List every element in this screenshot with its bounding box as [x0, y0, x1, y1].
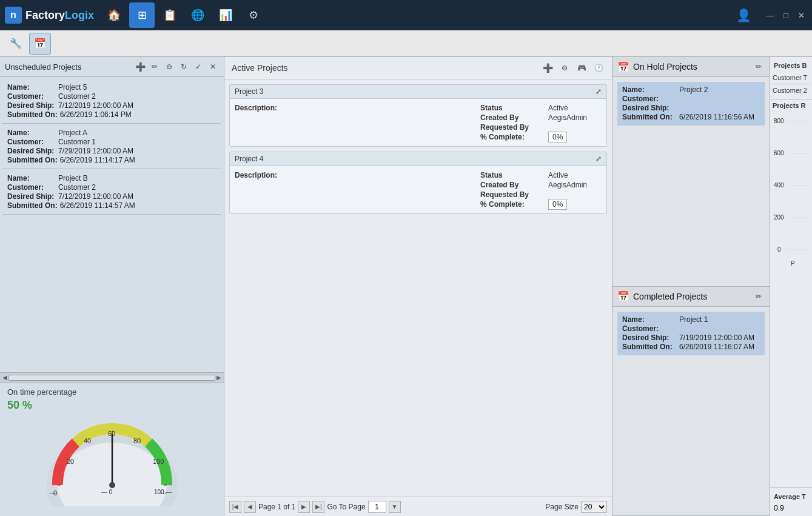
- gamepad-button[interactable]: 🎮: [575, 62, 588, 74]
- calendar-icon: 📅: [617, 61, 629, 73]
- last-page-button[interactable]: ▶|: [312, 501, 324, 513]
- active-projects-header: Active Projects ➕ ⊖ 🎮 🕐: [224, 57, 612, 79]
- active-projects-content: Project 3 ⤢ Description: Status Active C…: [224, 79, 612, 497]
- created-by-label: Created By: [480, 113, 543, 122]
- unscheduled-title: Unscheduled Projects: [5, 62, 132, 72]
- nav-dashboard-button[interactable]: ⊞: [129, 2, 155, 28]
- ontime-value: 50 %: [7, 399, 216, 412]
- gauge-label-100: 100: [153, 458, 164, 465]
- close-button[interactable]: ✕: [796, 10, 807, 21]
- svg-text:100 —: 100 —: [154, 489, 172, 495]
- project-name: Project 2: [679, 85, 708, 94]
- first-page-button[interactable]: |◀: [229, 501, 241, 513]
- far-right-chart-section: Projects R 800 600 400 200 0 P: [770, 99, 812, 488]
- clock-button[interactable]: 🕐: [592, 62, 605, 74]
- far-right-top-section: Projects B Customer T Customer 2: [770, 57, 812, 99]
- expand-icon[interactable]: ⤢: [596, 155, 602, 163]
- add-unscheduled-button[interactable]: ➕: [134, 61, 146, 73]
- goto-page-dropdown[interactable]: ▼: [389, 501, 401, 513]
- percent-box: 0%: [548, 199, 567, 210]
- remove-active-button[interactable]: ⊖: [559, 62, 571, 74]
- goto-page-input[interactable]: [368, 501, 386, 513]
- page-size-select[interactable]: 20 50 100: [581, 501, 607, 513]
- maximize-button[interactable]: □: [781, 10, 791, 21]
- gauge-label-0b: —: [50, 489, 56, 497]
- app-name: FactoryLogix: [25, 9, 94, 22]
- project-desired-ship: 7/19/2019 12:00:00 AM: [679, 333, 754, 342]
- project-customer: Customer 1: [58, 138, 96, 146]
- far-right-panel: Projects B Customer T Customer 2 Project…: [770, 57, 812, 516]
- svg-text:200: 200: [774, 214, 784, 221]
- list-item[interactable]: Name: Project 1 Customer: Desired Ship: …: [617, 312, 765, 355]
- customer-label: Customer:: [7, 138, 56, 146]
- logo-icon: n: [5, 7, 22, 24]
- remove-unscheduled-button[interactable]: ⊖: [163, 61, 175, 73]
- customer-label: Customer:: [7, 183, 56, 192]
- customer-t-label: Customer T: [771, 72, 811, 84]
- list-item[interactable]: Name: Project 5 Customer: Customer 2 Des…: [2, 79, 221, 124]
- nav-globe-button[interactable]: 🌐: [185, 2, 210, 28]
- unscheduled-header: Unscheduled Projects ➕ ✏ ⊖ ↻ ✓ ✕: [0, 57, 224, 77]
- submitted-on-label: Submitted On:: [622, 343, 677, 351]
- project-desired-ship: 7/29/2019 12:00:00 AM: [58, 147, 133, 155]
- unscheduled-projects-list: Name: Project 5 Customer: Customer 2 Des…: [0, 77, 224, 372]
- nav-board-button[interactable]: 📋: [157, 2, 183, 28]
- refresh-unscheduled-button[interactable]: ↻: [178, 61, 190, 73]
- percent-box: 0%: [548, 132, 567, 142]
- requested-by-value: [548, 123, 602, 132]
- project-submitted-on: 6/26/2019 11:14:57 AM: [60, 201, 135, 210]
- cancel-unscheduled-button[interactable]: ✕: [207, 61, 219, 73]
- expand-icon[interactable]: ⤢: [596, 87, 602, 96]
- name-label: Name:: [622, 315, 677, 324]
- edit-on-hold-button[interactable]: ✏: [753, 61, 765, 73]
- add-active-button[interactable]: ➕: [542, 62, 554, 74]
- edit-completed-button[interactable]: ✏: [753, 290, 765, 303]
- wrench-button[interactable]: 🔧: [5, 33, 27, 55]
- project-card-body: Description: Status Active Created By Ae…: [230, 166, 606, 213]
- customer-label: Customer:: [7, 92, 56, 101]
- svg-point-6: [109, 482, 115, 488]
- calendar-button[interactable]: 📅: [29, 33, 51, 55]
- minimize-button[interactable]: —: [763, 10, 776, 21]
- list-item[interactable]: Project 4 ⤢ Description: Status Active C…: [229, 152, 607, 214]
- completed-content: Name: Project 1 Customer: Desired Ship: …: [612, 307, 770, 516]
- scroll-right-arrow[interactable]: ▶: [215, 374, 223, 381]
- nav-home-button[interactable]: 🏠: [101, 2, 127, 28]
- customer-2-label: Customer 2: [771, 84, 811, 96]
- user-icon[interactable]: 👤: [731, 2, 756, 28]
- project-card-body: Description: Status Active Created By Ae…: [230, 99, 606, 146]
- desired-ship-label: Desired Ship:: [622, 333, 677, 342]
- project-id: Project 3: [235, 87, 263, 96]
- middle-panel: Active Projects ➕ ⊖ 🎮 🕐 Project 3 ⤢ Desc…: [224, 57, 612, 516]
- pagination-controls: |◀ ◀ Page 1 of 1 ▶ ▶| Go To Page ▼: [229, 501, 401, 513]
- description-label: Description:: [235, 171, 277, 179]
- prev-page-button[interactable]: ◀: [244, 501, 256, 513]
- scroll-track[interactable]: [8, 375, 215, 381]
- name-label: Name:: [622, 85, 677, 94]
- ontime-section: On time percentage 50 %: [0, 382, 224, 516]
- next-page-button[interactable]: ▶: [298, 501, 310, 513]
- toolbar: 🔧 📅: [0, 30, 812, 57]
- edit-unscheduled-button[interactable]: ✏: [149, 61, 161, 73]
- name-label: Name:: [7, 174, 56, 183]
- pagination-bar: |◀ ◀ Page 1 of 1 ▶ ▶| Go To Page ▼ Page …: [224, 497, 612, 516]
- desired-ship-label: Desired Ship:: [7, 101, 56, 110]
- check-unscheduled-button[interactable]: ✓: [192, 61, 204, 73]
- page-size-label: Page Size: [545, 503, 579, 511]
- project-submitted-on: 6/26/2019 11:14:17 AM: [60, 156, 135, 164]
- horizontal-scrollbar[interactable]: ◀ ▶: [0, 372, 224, 382]
- list-item[interactable]: Name: Project B Customer: Customer 2 Des…: [2, 170, 221, 215]
- average-section: Average T 0.9: [770, 488, 812, 516]
- project-submitted-on: 6/26/2019 1:06:14 PM: [60, 110, 132, 119]
- scroll-left-arrow[interactable]: ◀: [1, 374, 8, 381]
- percent-complete-label: % Complete:: [480, 133, 543, 141]
- nav-settings-button[interactable]: ⚙: [241, 2, 266, 28]
- nav-report-button[interactable]: 📊: [213, 2, 238, 28]
- average-value: 0.9: [771, 503, 811, 514]
- project-description: Description:: [235, 104, 475, 141]
- list-item[interactable]: Name: Project 2 Customer: Desired Ship: …: [617, 82, 765, 126]
- list-item[interactable]: Name: Project A Customer: Customer 1 Des…: [2, 125, 221, 169]
- svg-text:800: 800: [774, 118, 784, 124]
- list-item[interactable]: Project 3 ⤢ Description: Status Active C…: [229, 84, 607, 147]
- active-projects-title: Active Projects: [232, 63, 537, 73]
